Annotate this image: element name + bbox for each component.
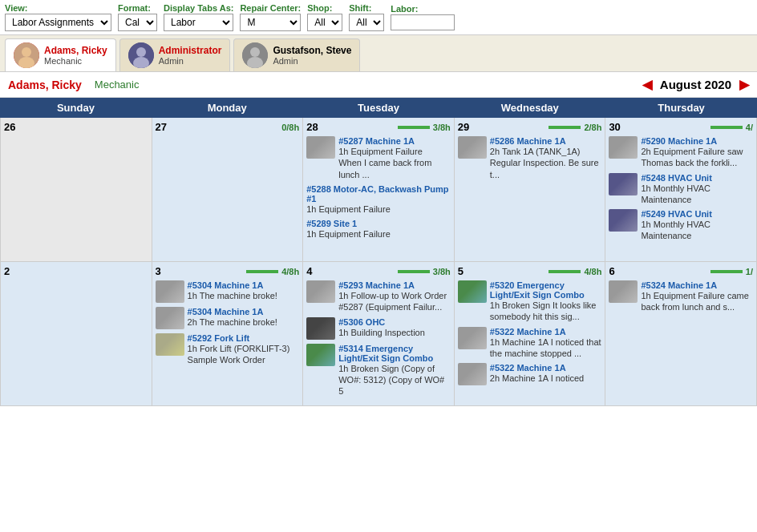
wo-desc: 2h The machine broke! — [188, 316, 300, 328]
wo-desc: 2h Tank 1A (TANK_1A)Regular Inspection. … — [490, 146, 602, 180]
wo-thumb — [609, 280, 638, 303]
shop-select[interactable]: All — [307, 14, 342, 31]
shop-label: Shop: — [307, 3, 342, 13]
cell-hours-4: 3/8h — [398, 267, 451, 276]
wo-thumb — [609, 173, 638, 195]
wo-title[interactable]: #5304 Machine 1A — [188, 307, 300, 316]
shift-select[interactable]: All — [349, 14, 384, 31]
wo-title[interactable]: #5287 Machine 1A — [338, 136, 451, 146]
shift-label: Shift: — [349, 3, 384, 13]
wo-title[interactable]: #5304 Machine 1A — [188, 280, 300, 290]
wo-item: #5322 Machine 1A 2h Machine 1A I noticed — [458, 363, 602, 385]
cell-hours-30: 4/ — [710, 123, 753, 132]
display-select[interactable]: Labor — [164, 14, 233, 31]
cell-hours-29: 2/8h — [549, 123, 601, 132]
wo-title[interactable]: #5248 HVAC Unit — [641, 173, 753, 183]
calendar-header: Adams, Ricky Mechanic ◀ August 2020 ▶ — [0, 72, 757, 98]
wo-details: #5286 Machine 1A 2h Tank 1A (TANK_1A)Reg… — [490, 136, 602, 180]
wo-thumb — [458, 327, 487, 349]
cell-hours-6: 1/ — [710, 267, 753, 276]
format-select[interactable]: Cal — [118, 14, 157, 31]
tab-gustafson[interactable]: Gustafson, Steve Admin — [233, 38, 360, 71]
cal-cell-29: 29 2/8h #5286 Machine 1A 2h Tank 1A (TAN… — [455, 118, 606, 262]
wo-title[interactable]: #5293 Machine 1A — [338, 280, 451, 290]
wo-details: #5324 Machine 1A 1h Equipment Failure ca… — [641, 280, 753, 313]
wo-title[interactable]: #5289 Site 1 — [306, 219, 451, 228]
wo-thumb — [156, 307, 184, 329]
wo-item: #5314 Emergency Light/Exit Sign Combo 1h… — [306, 344, 451, 397]
avatar-gustafson — [242, 42, 268, 68]
wo-title[interactable]: #5306 OHC — [338, 317, 451, 327]
wo-desc: 1h Monthly HVAC Maintenance — [641, 219, 753, 242]
labor-input[interactable] — [391, 14, 455, 30]
day-header-monday: Monday — [152, 98, 303, 118]
wo-details: #5304 Machine 1A 1h The machine broke! — [188, 280, 300, 301]
wo-title[interactable]: #5249 HVAC Unit — [641, 209, 753, 219]
wo-desc: 1h Follow-up to Work Order #5287 (Equipm… — [338, 290, 451, 313]
calendar-nav: ◀ August 2020 ▶ — [642, 77, 749, 92]
wo-desc: 1h Broken Sign (Copy of WO#: 5312) (Copy… — [338, 363, 451, 397]
wo-desc: 1h Equipment Failure — [306, 204, 451, 215]
next-month-button[interactable]: ▶ — [739, 77, 749, 92]
wo-desc: 2h Machine 1A I noticed — [490, 373, 602, 384]
avatar-admin — [128, 42, 154, 68]
format-label: Format: — [118, 3, 157, 13]
wo-thumb — [156, 333, 184, 356]
cell-date-2: 2 — [4, 265, 10, 277]
wo-title[interactable]: #5324 Machine 1A — [641, 280, 753, 290]
wo-desc: 1h Equipment FailureWhen I came back fro… — [338, 146, 451, 180]
cell-top-30: 30 4/ — [609, 121, 753, 133]
wo-desc: 1h Equipment Failure came back from lunc… — [641, 290, 753, 313]
wo-item: #5289 Site 1 1h Equipment Failure — [306, 219, 451, 240]
cell-date-27: 27 — [156, 121, 167, 133]
wo-thumb — [458, 280, 487, 303]
wo-title[interactable]: #5322 Machine 1A — [490, 327, 602, 337]
cell-date-30: 30 — [609, 121, 620, 133]
tab-name-adams: Adams, Ricky — [44, 45, 107, 56]
tab-name-admin: Administrator — [159, 45, 222, 56]
tab-role-adams: Mechanic — [44, 56, 107, 66]
wo-item: #5322 Machine 1A 1h Machine 1A I noticed… — [458, 327, 602, 360]
wo-details: #5290 Machine 1A 2h Equipment Failure sa… — [641, 136, 753, 169]
wo-details: #5322 Machine 1A 2h Machine 1A I noticed — [490, 363, 602, 384]
wo-item: #5290 Machine 1A 2h Equipment Failure sa… — [609, 136, 753, 169]
wo-title[interactable]: #5292 Fork Lift — [188, 333, 300, 343]
wo-details: #5249 HVAC Unit 1h Monthly HVAC Maintena… — [641, 209, 753, 242]
shift-group: Shift: All — [349, 3, 384, 31]
view-select[interactable]: Labor Assignments — [5, 14, 111, 31]
wo-item: #5287 Machine 1A 1h Equipment FailureWhe… — [306, 136, 451, 180]
wo-desc: 1h Equipment Failure — [306, 228, 451, 240]
calendar-person-role: Mechanic — [95, 79, 140, 91]
wo-item: #5304 Machine 1A 1h The machine broke! — [156, 280, 300, 303]
wo-title[interactable]: #5290 Machine 1A — [641, 136, 753, 146]
wo-title[interactable]: #5322 Machine 1A — [490, 363, 602, 373]
tab-admin[interactable]: Administrator Admin — [119, 38, 231, 71]
shop-group: Shop: All — [307, 3, 342, 31]
cell-date-4: 4 — [306, 265, 312, 277]
wo-title[interactable]: #5320 Emergency Light/Exit Sign Combo — [490, 280, 602, 300]
wo-thumb — [609, 136, 638, 159]
cal-cell-3: 3 4/8h #5304 Machine 1A 1h The machine b… — [152, 262, 304, 406]
wo-title[interactable]: #5314 Emergency Light/Exit Sign Combo — [338, 344, 451, 363]
wo-desc: 1h The machine broke! — [188, 290, 300, 301]
cal-cell-30: 30 4/ #5290 Machine 1A 2h Equipment Fail… — [605, 118, 757, 262]
prev-month-button[interactable]: ◀ — [642, 77, 652, 92]
cell-top-5: 5 4/8h — [458, 265, 602, 277]
display-group: Display Tabs As: Labor — [164, 3, 233, 31]
wo-details: #5322 Machine 1A 1h Machine 1A I noticed… — [490, 327, 602, 360]
toolbar: View: Labor Assignments Format: Cal Disp… — [0, 0, 757, 35]
tab-adams[interactable]: Adams, Ricky Mechanic — [5, 38, 116, 71]
repair-group: Repair Center: M — [240, 3, 301, 31]
view-group: View: Labor Assignments — [5, 3, 111, 31]
calendar-person-name: Adams, Ricky — [8, 79, 82, 91]
cal-cell-2: 2 — [1, 262, 152, 406]
wo-thumb — [458, 136, 487, 159]
wo-details: #5288 Motor-AC, Backwash Pump #1 1h Equi… — [306, 184, 451, 215]
svg-point-7 — [250, 47, 260, 57]
repair-label: Repair Center: — [240, 3, 301, 13]
wo-title[interactable]: #5288 Motor-AC, Backwash Pump #1 — [306, 184, 451, 204]
wo-details: #5293 Machine 1A 1h Follow-up to Work Or… — [338, 280, 451, 313]
cell-top-29: 29 2/8h — [458, 121, 602, 133]
wo-title[interactable]: #5286 Machine 1A — [490, 136, 602, 146]
repair-select[interactable]: M — [240, 14, 301, 31]
